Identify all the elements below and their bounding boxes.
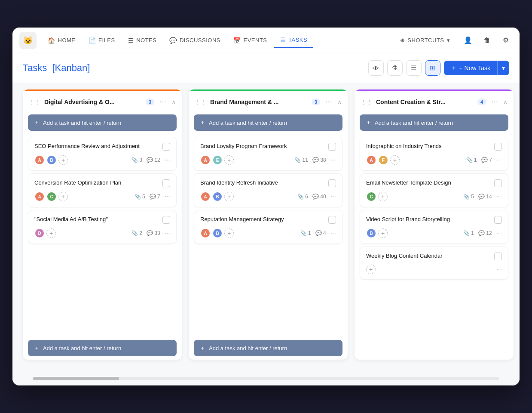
column-menu-btn[interactable]: ⋯ [324,97,334,107]
column-count-badge: 3 [146,99,154,105]
task-more-btn[interactable]: ··· [330,229,336,237]
task-card-footer: AB+📎 1💬 4··· [200,228,336,238]
add-avatar-btn[interactable]: + [58,192,68,201]
column-collapse-btn[interactable]: ∧ [171,99,176,105]
list-view-btn[interactable]: ☰ [406,60,422,76]
task-meta: 📎 3💬 12··· [131,156,170,164]
task-more-btn[interactable]: ··· [330,156,336,164]
home-icon: 🏠 [48,37,55,44]
user-icon-btn[interactable]: 👤 [461,34,475,47]
task-checkbox[interactable] [162,216,170,224]
nav-item-tasks[interactable]: ☰ TASKS [274,33,314,48]
task-meta: 📎 6💬 40··· [297,193,336,200]
task-avatars: AB+ [34,155,68,165]
task-more-btn[interactable]: ··· [165,229,170,237]
task-more-btn[interactable]: ··· [496,156,502,164]
task-checkbox[interactable] [494,179,502,187]
task-title: Reputation Management Strategy [200,216,325,223]
task-card-header: Brand Loyalty Program Framework [200,142,336,151]
task-checkbox[interactable] [494,143,502,151]
add-task-top-btn[interactable]: ＋ Add a task and hit enter / return [360,114,508,131]
horizontal-scrollbar[interactable] [33,377,499,380]
avatar: B [366,228,376,238]
task-card-header: SEO Performance Review and Adjustment [34,142,170,151]
new-task-main: ＋ + New Task [444,61,498,75]
task-card: Weekly Blog Content Calendar+··· [360,247,508,280]
task-checkbox[interactable] [328,216,336,224]
page-title: Tasks [Kanban] [23,62,90,74]
avatar: A [200,191,211,202]
task-checkbox[interactable] [494,253,502,260]
visibility-toggle-btn[interactable]: 👁 [368,60,384,76]
nav-item-notes[interactable]: ☰ NOTES [122,34,163,47]
column-collapse-btn[interactable]: ∧ [503,99,508,105]
task-checkbox[interactable] [328,179,336,187]
column-content: Infographic on Industry TrendsAF+📎 1💬 7·… [355,134,514,360]
task-title: Brand Loyalty Program Framework [200,142,325,150]
task-more-btn[interactable]: ··· [496,265,502,273]
task-avatars: AF+ [366,155,400,165]
task-more-btn[interactable]: ··· [496,229,502,237]
task-checkbox[interactable] [494,216,502,224]
task-more-btn[interactable]: ··· [165,193,170,200]
nav-label-notes: NOTES [136,37,156,43]
avatar: B [212,191,223,202]
new-task-dropdown-btn[interactable]: ▾ [497,61,509,75]
filter-btn[interactable]: ⚗ [387,60,403,76]
comments-count: 💬 4 [315,230,326,236]
add-task-top-btn[interactable]: ＋ Add a task and hit enter / return [194,114,342,131]
column-menu-btn[interactable]: ⋯ [489,97,500,107]
events-icon: 📅 [233,37,241,44]
column-count-badge: 4 [477,99,486,105]
task-more-btn[interactable]: ··· [165,156,170,164]
add-avatar-btn[interactable]: + [378,228,388,238]
add-task-top-btn[interactable]: ＋ Add a task and hit enter / return [28,114,177,131]
comments-count: 💬 14 [478,194,492,200]
attachments-count: 📎 2 [131,230,142,236]
nav-item-events[interactable]: 📅 EVENTS [227,34,273,47]
task-card-header: Brand Identity Refresh Initiative [200,179,336,187]
settings-icon-btn[interactable]: ⚙ [499,34,513,47]
add-avatar-btn[interactable]: + [224,155,234,165]
add-avatar-btn[interactable]: + [46,228,56,238]
drag-handle-icon[interactable]: ⋮⋮ [29,99,41,105]
add-avatar-btn[interactable]: + [224,192,234,201]
comments-count: 💬 12 [147,157,160,163]
task-meta: 📎 2💬 33··· [131,229,170,237]
grid-view-btn[interactable]: ⊞ [425,60,440,76]
task-checkbox[interactable] [162,179,170,187]
add-avatar-btn[interactable]: + [366,265,376,274]
add-avatar-btn[interactable]: + [224,228,234,238]
trash-icon-btn[interactable]: 🗑 [480,34,494,47]
task-meta: 📎 5💬 7··· [135,193,170,200]
task-card-footer: B+📎 1💬 12··· [366,228,502,238]
nav-item-home[interactable]: 🏠 HOME [42,34,82,47]
avatar: A [34,155,45,165]
task-checkbox[interactable] [328,143,336,151]
drag-handle-icon[interactable]: ⋮⋮ [361,99,373,105]
task-meta: 📎 1💬 4··· [300,229,336,237]
nav-item-discussions[interactable]: 💬 DISCUSSIONS [163,34,226,47]
column-header-col2: ⋮⋮Brand Management & ...3⋯∧ [189,89,348,111]
add-task-bottom-btn[interactable]: ＋ Add a task and hit enter / return [194,340,342,356]
add-task-bottom-btn[interactable]: ＋ Add a task and hit enter / return [28,340,177,356]
chevron-down-icon: ▾ [447,37,450,43]
column-collapse-btn[interactable]: ∧ [337,99,342,105]
task-card-header: Video Script for Brand Storytelling [366,216,502,224]
add-avatar-btn[interactable]: + [378,192,388,201]
task-checkbox[interactable] [162,143,170,151]
column-menu-btn[interactable]: ⋯ [158,97,168,107]
drag-handle-icon[interactable]: ⋮⋮ [195,99,207,105]
column-col1: ⋮⋮Digital Advertising & O...3⋯∧＋ Add a t… [23,89,182,360]
task-avatars: B+ [366,228,388,238]
task-card: Infographic on Industry TrendsAF+📎 1💬 7·… [360,137,508,171]
new-task-button[interactable]: ＋ + New Task ▾ [444,61,510,75]
add-avatar-btn[interactable]: + [390,155,400,165]
comments-count: 💬 7 [150,194,160,200]
nav-item-files[interactable]: 📄 FILES [83,34,121,47]
nav-shortcuts[interactable]: ⊕ SHORTCUTS ▾ [394,34,456,47]
task-more-btn[interactable]: ··· [496,193,502,200]
task-more-btn[interactable]: ··· [330,193,336,200]
tasks-icon: ☰ [280,37,286,43]
add-avatar-btn[interactable]: + [58,155,68,165]
